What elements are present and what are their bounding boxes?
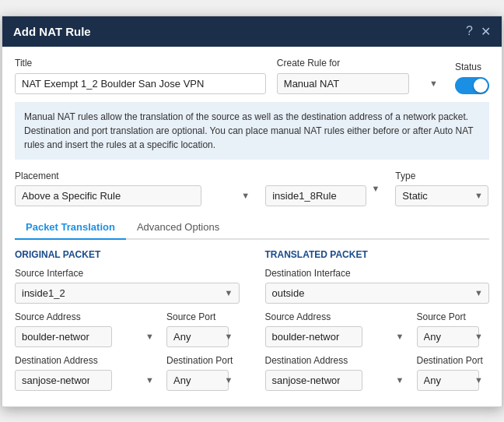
create-rule-label: Create Rule for	[277, 58, 444, 69]
orig-source-port-label: Source Port	[166, 311, 240, 322]
create-rule-select-wrapper: Manual NAT Auto NAT ▼	[277, 73, 444, 94]
trans-source-addr-label: Source Address	[265, 311, 411, 322]
original-packet-title: ORIGINAL PACKET	[15, 249, 240, 260]
placement-label: Placement	[15, 171, 256, 181]
orig-source-port-wrapper: Any ▼	[166, 326, 240, 347]
orig-source-addr-label: Source Address	[15, 311, 160, 322]
type-field-block: Type Static Dynamic ▼	[395, 171, 489, 206]
dialog-header: Add NAT Rule ? ✕	[2, 16, 502, 47]
trans-source-addr-block: Source Address boulder-network sanjose-n…	[265, 311, 411, 347]
orig-source-port-select[interactable]: Any	[166, 326, 229, 347]
create-rule-field-group: Create Rule for Manual NAT Auto NAT ▼	[277, 58, 444, 94]
header-icons: ? ✕	[466, 24, 491, 39]
add-nat-rule-dialog: Add NAT Rule ? ✕ Title Create Rule for M…	[2, 16, 502, 407]
packet-columns: ORIGINAL PACKET Source Interface inside1…	[15, 249, 489, 399]
dialog-title: Add NAT Rule	[13, 25, 91, 38]
trans-dest-port-label: Destination Port	[417, 355, 490, 366]
trans-source-port-label: Source Port	[417, 311, 490, 322]
toggle-knob	[474, 79, 488, 93]
orig-source-interface-select[interactable]: inside1_2 outside any	[15, 283, 240, 304]
orig-dest-port-block: Destination Port Any ▼	[166, 355, 240, 391]
orig-dest-port-label: Destination Port	[166, 355, 240, 366]
title-label: Title	[15, 58, 266, 69]
tab-advanced-options[interactable]: Advanced Options	[126, 216, 230, 240]
rule-select-block: inside1_8Rule inside1_9Rule ▼	[265, 171, 386, 206]
trans-dest-port-wrapper: Any ▼	[417, 370, 490, 391]
type-select[interactable]: Static Dynamic	[395, 185, 488, 206]
orig-dest-addr-select[interactable]: sanjose-network boulder-network any	[15, 370, 112, 391]
trans-dest-addr-port-row: Destination Address sanjose-network boul…	[265, 355, 490, 391]
trans-dest-interface-select[interactable]: outside inside1_2 any	[265, 283, 490, 304]
orig-dest-addr-chevron: ▼	[145, 375, 154, 385]
dialog-body: Title Create Rule for Manual NAT Auto NA…	[2, 47, 502, 406]
orig-source-interface-label: Source Interface	[15, 268, 240, 279]
trans-dest-port-select[interactable]: Any	[417, 370, 479, 391]
placement-chevron: ▼	[241, 191, 250, 200]
rule-chevron: ▼	[371, 184, 380, 193]
trans-dest-interface-wrapper: outside inside1_2 any ▼	[265, 283, 490, 304]
status-toggle-group: Status	[455, 62, 489, 94]
help-icon[interactable]: ?	[466, 24, 473, 38]
original-packet-col: ORIGINAL PACKET Source Interface inside1…	[15, 249, 252, 399]
trans-source-addr-port-row: Source Address boulder-network sanjose-n…	[265, 311, 490, 347]
orig-source-port-block: Source Port Any ▼	[166, 311, 240, 347]
trans-dest-addr-block: Destination Address sanjose-network boul…	[265, 355, 411, 391]
placement-select-wrapper: Above a Specific Rule Below a Specific R…	[15, 185, 256, 206]
title-input[interactable]	[15, 73, 266, 94]
orig-dest-port-wrapper: Any ▼	[166, 370, 240, 391]
trans-source-port-wrapper: Any ▼	[417, 326, 490, 347]
translated-packet-title: TRANSLATED PACKET	[265, 249, 490, 260]
orig-source-addr-select[interactable]: boulder-network sanjose-network any	[15, 326, 112, 347]
trans-dest-addr-wrapper: sanjose-network boulder-network any ▼	[265, 370, 411, 391]
trans-source-addr-chevron: ▼	[396, 332, 404, 341]
placement-select[interactable]: Above a Specific Rule Below a Specific R…	[15, 185, 201, 206]
tab-packet-translation[interactable]: Packet Translation	[15, 216, 126, 240]
rule-select[interactable]: inside1_8Rule inside1_9Rule	[265, 185, 366, 206]
trans-dest-port-block: Destination Port Any ▼	[417, 355, 490, 391]
trans-dest-interface-label: Destination Interface	[265, 268, 490, 279]
orig-dest-addr-label: Destination Address	[15, 355, 160, 366]
placement-field-block: Placement Above a Specific Rule Below a …	[15, 171, 256, 206]
trans-dest-interface-block: Destination Interface outside inside1_2 …	[265, 268, 490, 304]
status-toggle[interactable]	[455, 77, 489, 94]
placement-row: Placement Above a Specific Rule Below a …	[15, 171, 489, 206]
info-box: Manual NAT rules allow the translation o…	[15, 102, 489, 160]
orig-source-addr-port-row: Source Address boulder-network sanjose-n…	[15, 311, 240, 347]
translated-packet-col: TRANSLATED PACKET Destination Interface …	[252, 249, 490, 399]
tabs-bar: Packet Translation Advanced Options	[15, 216, 489, 240]
create-rule-select[interactable]: Manual NAT Auto NAT	[277, 73, 409, 94]
orig-source-addr-chevron: ▼	[145, 332, 154, 341]
orig-dest-addr-port-row: Destination Address sanjose-network boul…	[15, 355, 240, 391]
trans-dest-addr-label: Destination Address	[265, 355, 411, 366]
trans-source-addr-select[interactable]: boulder-network sanjose-network any	[265, 326, 362, 347]
close-icon[interactable]: ✕	[481, 24, 491, 39]
trans-dest-addr-select[interactable]: sanjose-network boulder-network any	[265, 370, 362, 391]
orig-dest-addr-block: Destination Address sanjose-network boul…	[15, 355, 160, 391]
status-label: Status	[455, 62, 481, 72]
orig-source-interface-block: Source Interface inside1_2 outside any ▼	[15, 268, 240, 304]
rule-select-wrapper: inside1_8Rule inside1_9Rule ▼	[265, 171, 386, 206]
orig-source-addr-wrapper: boulder-network sanjose-network any ▼	[15, 326, 160, 347]
create-rule-chevron: ▼	[429, 79, 438, 88]
orig-source-addr-block: Source Address boulder-network sanjose-n…	[15, 311, 160, 347]
trans-source-addr-wrapper: boulder-network sanjose-network any ▼	[265, 326, 411, 347]
trans-dest-addr-chevron: ▼	[396, 375, 404, 385]
orig-dest-port-select[interactable]: Any	[166, 370, 229, 391]
trans-source-port-block: Source Port Any ▼	[417, 311, 490, 347]
title-field-group: Title	[15, 58, 266, 94]
orig-dest-addr-wrapper: sanjose-network boulder-network any ▼	[15, 370, 160, 391]
type-select-wrapper: Static Dynamic ▼	[395, 185, 489, 206]
type-label: Type	[395, 171, 489, 181]
trans-source-port-select[interactable]: Any	[417, 326, 479, 347]
orig-source-interface-wrapper: inside1_2 outside any ▼	[15, 283, 240, 304]
top-fields-row: Title Create Rule for Manual NAT Auto NA…	[15, 58, 489, 94]
